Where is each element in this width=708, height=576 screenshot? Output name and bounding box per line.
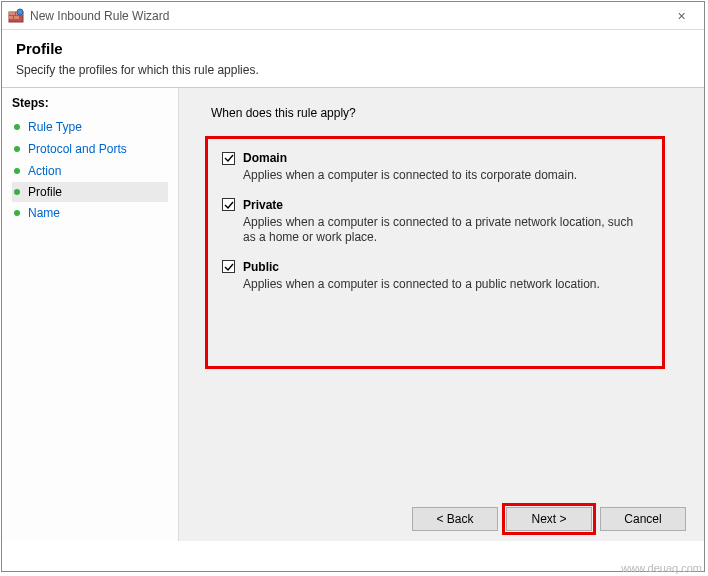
content-area: Steps: Rule Type Protocol and Ports Acti… (2, 87, 704, 541)
step-rule-type[interactable]: Rule Type (12, 116, 168, 138)
next-button[interactable]: Next > (506, 507, 592, 531)
bullet-icon (14, 168, 20, 174)
step-protocol-ports[interactable]: Protocol and Ports (12, 138, 168, 160)
step-label: Profile (28, 185, 62, 199)
option-domain: Domain Applies when a computer is connec… (222, 151, 648, 184)
svg-rect-3 (9, 16, 13, 19)
step-label: Action (28, 164, 61, 178)
svg-point-5 (17, 9, 23, 15)
svg-rect-1 (9, 12, 15, 15)
option-description: Applies when a computer is connected to … (243, 215, 648, 246)
button-row: < Back Next > Cancel (412, 507, 686, 531)
firewall-icon (8, 8, 24, 24)
step-label: Name (28, 206, 60, 220)
option-description: Applies when a computer is connected to … (243, 168, 648, 184)
public-checkbox[interactable] (222, 260, 235, 273)
check-icon (224, 262, 234, 272)
option-label: Domain (243, 151, 287, 165)
profile-options-highlight: Domain Applies when a computer is connec… (205, 136, 665, 369)
check-icon (224, 153, 234, 163)
back-label: < Back (436, 512, 473, 526)
cancel-label: Cancel (624, 512, 661, 526)
option-public: Public Applies when a computer is connec… (222, 260, 648, 293)
main-panel: When does this rule apply? Domain Applie… (179, 88, 704, 541)
steps-heading: Steps: (12, 96, 168, 110)
bullet-icon (14, 210, 20, 216)
step-profile[interactable]: Profile (12, 182, 168, 202)
bullet-icon (14, 146, 20, 152)
close-icon: × (677, 8, 685, 24)
check-icon (224, 200, 234, 210)
svg-rect-4 (14, 16, 19, 19)
titlebar: New Inbound Rule Wizard × (2, 2, 704, 30)
header-area: Profile Specify the profiles for which t… (2, 30, 704, 87)
next-label: Next > (531, 512, 566, 526)
step-name[interactable]: Name (12, 202, 168, 224)
cancel-button[interactable]: Cancel (600, 507, 686, 531)
step-label: Protocol and Ports (28, 142, 127, 156)
step-action[interactable]: Action (12, 160, 168, 182)
page-subtitle: Specify the profiles for which this rule… (16, 63, 690, 77)
close-button[interactable]: × (659, 2, 704, 30)
option-private: Private Applies when a computer is conne… (222, 198, 648, 246)
option-description: Applies when a computer is connected to … (243, 277, 648, 293)
bullet-icon (14, 124, 20, 130)
option-label: Public (243, 260, 279, 274)
back-button[interactable]: < Back (412, 507, 498, 531)
wizard-window: New Inbound Rule Wizard × Profile Specif… (1, 1, 705, 572)
private-checkbox[interactable] (222, 198, 235, 211)
step-label: Rule Type (28, 120, 82, 134)
option-label: Private (243, 198, 283, 212)
watermark: www.deuaq.com (621, 562, 702, 574)
domain-checkbox[interactable] (222, 152, 235, 165)
window-title: New Inbound Rule Wizard (30, 9, 169, 23)
page-title: Profile (16, 40, 690, 57)
question-text: When does this rule apply? (211, 106, 684, 120)
steps-sidebar: Steps: Rule Type Protocol and Ports Acti… (2, 88, 179, 541)
bullet-icon (14, 189, 20, 195)
